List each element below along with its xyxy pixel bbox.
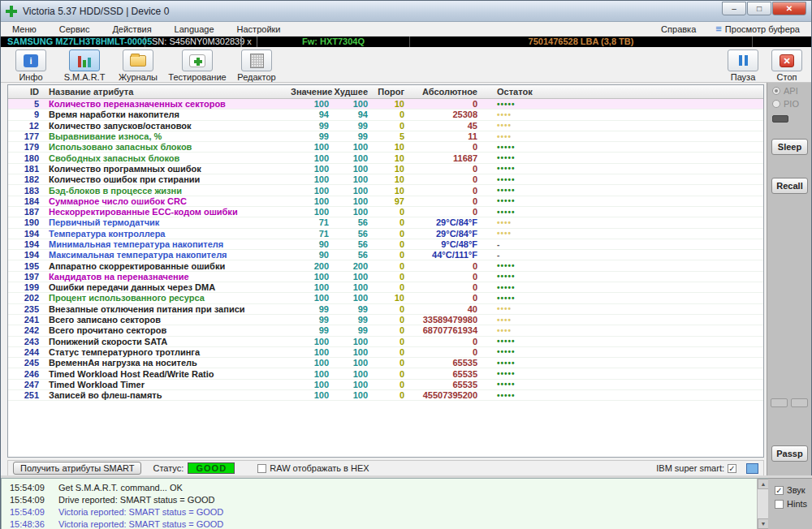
small-button-right[interactable] bbox=[791, 398, 808, 407]
header-attribute-name[interactable]: Название атрибута bbox=[47, 87, 291, 97]
cell-value: 100 bbox=[291, 174, 329, 184]
cell-worst: 100 bbox=[329, 358, 368, 368]
scroll-down-icon[interactable]: ▼ bbox=[758, 518, 768, 529]
cell-worst: 100 bbox=[329, 174, 368, 184]
header-worst[interactable]: Худшее bbox=[329, 87, 368, 97]
table-row[interactable]: 194Минимальная температура накопителя905… bbox=[8, 239, 763, 250]
log-text: Victoria reported: SMART status = GOOD bbox=[58, 518, 223, 529]
color-indicator-button[interactable] bbox=[746, 463, 758, 474]
scroll-up-icon[interactable]: ▲ bbox=[758, 479, 768, 489]
status-bar: Получить атрибуты SMART Статус: GOOD RAW… bbox=[7, 460, 764, 476]
menu-buffer-view[interactable]: Просмотр буфера bbox=[725, 22, 811, 37]
passport-button[interactable]: Passp bbox=[771, 445, 808, 462]
table-row[interactable]: 184Суммарное число ошибок CRC100100970••… bbox=[8, 196, 763, 207]
menu-actions[interactable]: Действия bbox=[101, 22, 162, 37]
cell-id: 180 bbox=[8, 153, 39, 163]
cell-worst: 100 bbox=[329, 207, 368, 217]
cell-attribute-name: Максимальная температура накопителя bbox=[47, 250, 291, 260]
table-row[interactable]: 245ВременнАя нагрузка на носитель1001000… bbox=[8, 358, 763, 368]
get-smart-button[interactable]: Получить атрибуты SMART bbox=[13, 462, 141, 475]
cell-remain: ••••• bbox=[489, 186, 546, 195]
log-zone: 15:54:09Get S.M.A.R.T. command... OK15:5… bbox=[1, 478, 812, 529]
stop-button[interactable]: ✕ Стоп bbox=[767, 49, 806, 82]
table-row[interactable]: 12Количество запусков/остановок9999045••… bbox=[8, 121, 763, 131]
table-row[interactable]: 194Максимальная температура накопителя90… bbox=[8, 250, 763, 260]
log-line: 15:48:36Victoria reported: SMART status … bbox=[2, 518, 768, 529]
table-row[interactable]: 202Процент использованного ресурса100100… bbox=[8, 293, 763, 303]
cell-absolute: 0 bbox=[404, 174, 477, 184]
table-row[interactable]: 182Количество ошибок при стирании1001001… bbox=[8, 174, 763, 185]
header-absolute[interactable]: Абсолютное bbox=[404, 87, 477, 97]
menu-settings[interactable]: Настройки bbox=[226, 22, 292, 37]
cell-id: 182 bbox=[8, 174, 39, 184]
header-value[interactable]: Значение bbox=[291, 87, 329, 97]
table-row[interactable]: 242Всего прочитано секторов9999068707761… bbox=[8, 325, 763, 336]
title-bar: Victoria 5.37 HDD/SSD | Device 0 – □ ✕ bbox=[1, 1, 811, 22]
menu-language[interactable]: Language bbox=[163, 22, 226, 37]
cell-id: 241 bbox=[8, 315, 39, 325]
testing-button[interactable]: Тестирование bbox=[166, 49, 228, 82]
device-serial: SN: S456NY0M302839 bbox=[145, 37, 241, 47]
editor-button[interactable]: Редактор bbox=[231, 49, 282, 82]
cell-threshold: 0 bbox=[368, 315, 404, 325]
cell-id: 244 bbox=[8, 347, 39, 357]
table-row[interactable]: 251Записей во флеш-память100100045507395… bbox=[8, 390, 763, 401]
cell-value: 100 bbox=[291, 164, 329, 174]
cell-absolute: 65535 bbox=[404, 380, 477, 389]
table-row[interactable]: 179Использовано запасных блоков100100100… bbox=[8, 142, 763, 153]
cell-threshold: 97 bbox=[368, 196, 404, 206]
pio-radio[interactable]: PIO bbox=[772, 99, 811, 109]
header-remain[interactable]: Остаток bbox=[489, 87, 546, 97]
maximize-button[interactable]: □ bbox=[747, 2, 771, 15]
header-threshold[interactable]: Порог bbox=[368, 87, 404, 97]
cell-value: 94 bbox=[291, 110, 329, 119]
table-row[interactable]: 197Кандидатов на переназначение10010000•… bbox=[8, 272, 763, 282]
raw-hex-checkbox[interactable]: RAW отображать в HEX bbox=[257, 463, 369, 473]
table-row[interactable]: 181Количество программных ошибок10010010… bbox=[8, 164, 763, 174]
sleep-button[interactable]: Sleep bbox=[771, 139, 808, 155]
table-row[interactable]: 195Аппаратно скорректированные ошибки200… bbox=[8, 260, 763, 271]
sound-checkbox[interactable]: ✓ Звук bbox=[775, 485, 812, 495]
table-row[interactable]: 244Статус температурного тротлинга100100… bbox=[8, 347, 763, 358]
small-button-left[interactable] bbox=[771, 398, 788, 407]
table-row[interactable]: 194Температура контроллера7156029°C/84°F… bbox=[8, 229, 763, 239]
table-row[interactable]: 235Внезапные отключения питания при запи… bbox=[8, 304, 763, 315]
pause-button[interactable]: Пауза bbox=[723, 49, 762, 82]
close-button[interactable]: ✕ bbox=[772, 2, 806, 15]
table-row[interactable]: 180Свободных запасных блоков100100101168… bbox=[8, 153, 763, 163]
log-entries: 15:54:09Get S.M.A.R.T. command... OK15:5… bbox=[2, 482, 768, 529]
table-row[interactable]: 246Timed Workload Host Read/Write Ratio1… bbox=[8, 368, 763, 379]
header-id[interactable]: ID bbox=[8, 87, 39, 97]
device-info-bar: SAMSUNG MZ7LH3T8HMLT-00005 SN: S456NY0M3… bbox=[1, 37, 811, 47]
log-side-panel: ✓ Звук Hints bbox=[768, 478, 812, 529]
journals-button[interactable]: Журналы bbox=[113, 49, 163, 82]
device-close-button[interactable]: x bbox=[241, 37, 257, 47]
table-row[interactable]: 190Первичный термодатчик7156029°C/84°F••… bbox=[8, 217, 763, 228]
table-row[interactable]: 247Timed Workload Timer100100065535••••• bbox=[8, 380, 763, 390]
table-row[interactable]: 183Бэд-блоков в процессе жизни100100100•… bbox=[8, 185, 763, 196]
device-model[interactable]: SAMSUNG MZ7LH3T8HMLT-00005 bbox=[1, 37, 145, 47]
menu-help[interactable]: Справка bbox=[650, 22, 707, 37]
minimize-button[interactable]: – bbox=[722, 2, 746, 15]
ibm-super-smart-checkbox[interactable]: IBM super smart: ✓ bbox=[656, 463, 736, 473]
cell-id: 194 bbox=[8, 250, 39, 260]
cell-absolute: 9°C/48°F bbox=[404, 239, 477, 249]
hints-checkbox[interactable]: Hints bbox=[775, 499, 812, 509]
table-row[interactable]: 187Нескорректированные ECC-кодом ошибки1… bbox=[8, 207, 763, 217]
folder-icon bbox=[130, 55, 146, 67]
table-row[interactable]: 9Время наработки накопителя9494025308•••… bbox=[8, 110, 763, 120]
table-row[interactable]: 241Всего записано секторов99990335894799… bbox=[8, 315, 763, 325]
table-row[interactable]: 177Выравнивание износа, %9999511•••• bbox=[8, 131, 763, 142]
menu-service[interactable]: Сервис bbox=[48, 22, 102, 37]
table-row[interactable]: 243Понижений скорости SATA10010000••••• bbox=[8, 337, 763, 347]
info-button[interactable]: i Инфо bbox=[6, 49, 56, 82]
smart-table: ID Название атрибута Значение Худшее Пор… bbox=[7, 84, 764, 458]
menu-menu[interactable]: Меню bbox=[1, 22, 48, 37]
recall-button[interactable]: Recall bbox=[771, 178, 808, 194]
table-row[interactable]: 199Ошибки передачи данных через DMA10010… bbox=[8, 282, 763, 293]
smart-button[interactable]: S.M.A.R.T bbox=[59, 49, 110, 82]
api-radio[interactable]: API bbox=[772, 86, 811, 96]
table-row[interactable]: 5Количество переназначенных секторов1001… bbox=[8, 99, 763, 110]
cell-value: 100 bbox=[291, 207, 329, 217]
log-scrollbar[interactable]: ▲ ▼ bbox=[757, 479, 768, 529]
